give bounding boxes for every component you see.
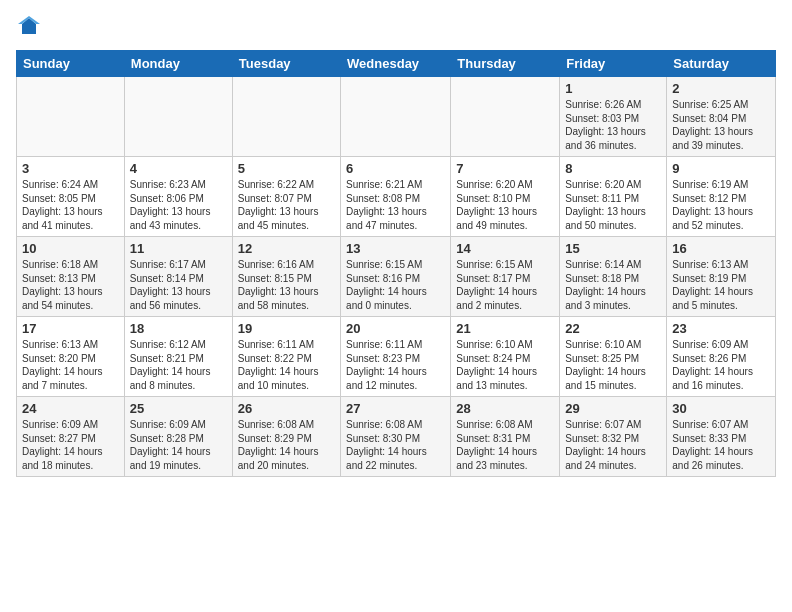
day-info: Sunrise: 6:16 AM Sunset: 8:15 PM Dayligh…	[238, 258, 335, 312]
calendar-cell: 11Sunrise: 6:17 AM Sunset: 8:14 PM Dayli…	[124, 237, 232, 317]
day-info: Sunrise: 6:08 AM Sunset: 8:31 PM Dayligh…	[456, 418, 554, 472]
day-number: 11	[130, 241, 227, 256]
day-number: 7	[456, 161, 554, 176]
day-number: 14	[456, 241, 554, 256]
day-number: 9	[672, 161, 770, 176]
day-info: Sunrise: 6:15 AM Sunset: 8:17 PM Dayligh…	[456, 258, 554, 312]
day-info: Sunrise: 6:22 AM Sunset: 8:07 PM Dayligh…	[238, 178, 335, 232]
day-number: 10	[22, 241, 119, 256]
day-number: 3	[22, 161, 119, 176]
calendar-cell: 15Sunrise: 6:14 AM Sunset: 8:18 PM Dayli…	[560, 237, 667, 317]
day-number: 25	[130, 401, 227, 416]
calendar-cell	[124, 77, 232, 157]
calendar-cell: 6Sunrise: 6:21 AM Sunset: 8:08 PM Daylig…	[341, 157, 451, 237]
calendar-cell: 2Sunrise: 6:25 AM Sunset: 8:04 PM Daylig…	[667, 77, 776, 157]
day-number: 5	[238, 161, 335, 176]
day-number: 13	[346, 241, 445, 256]
day-number: 26	[238, 401, 335, 416]
day-number: 23	[672, 321, 770, 336]
day-info: Sunrise: 6:11 AM Sunset: 8:23 PM Dayligh…	[346, 338, 445, 392]
day-info: Sunrise: 6:08 AM Sunset: 8:30 PM Dayligh…	[346, 418, 445, 472]
day-number: 24	[22, 401, 119, 416]
day-info: Sunrise: 6:13 AM Sunset: 8:20 PM Dayligh…	[22, 338, 119, 392]
calendar-cell: 14Sunrise: 6:15 AM Sunset: 8:17 PM Dayli…	[451, 237, 560, 317]
day-info: Sunrise: 6:26 AM Sunset: 8:03 PM Dayligh…	[565, 98, 661, 152]
day-info: Sunrise: 6:09 AM Sunset: 8:28 PM Dayligh…	[130, 418, 227, 472]
calendar-cell: 20Sunrise: 6:11 AM Sunset: 8:23 PM Dayli…	[341, 317, 451, 397]
calendar-cell: 30Sunrise: 6:07 AM Sunset: 8:33 PM Dayli…	[667, 397, 776, 477]
weekday-header: Wednesday	[341, 51, 451, 77]
day-number: 17	[22, 321, 119, 336]
day-info: Sunrise: 6:10 AM Sunset: 8:24 PM Dayligh…	[456, 338, 554, 392]
day-info: Sunrise: 6:14 AM Sunset: 8:18 PM Dayligh…	[565, 258, 661, 312]
day-number: 18	[130, 321, 227, 336]
calendar-cell: 12Sunrise: 6:16 AM Sunset: 8:15 PM Dayli…	[232, 237, 340, 317]
calendar-table: SundayMondayTuesdayWednesdayThursdayFrid…	[16, 50, 776, 477]
calendar-cell: 23Sunrise: 6:09 AM Sunset: 8:26 PM Dayli…	[667, 317, 776, 397]
calendar-cell: 1Sunrise: 6:26 AM Sunset: 8:03 PM Daylig…	[560, 77, 667, 157]
day-number: 30	[672, 401, 770, 416]
calendar-cell	[232, 77, 340, 157]
day-number: 29	[565, 401, 661, 416]
day-info: Sunrise: 6:19 AM Sunset: 8:12 PM Dayligh…	[672, 178, 770, 232]
calendar-cell: 26Sunrise: 6:08 AM Sunset: 8:29 PM Dayli…	[232, 397, 340, 477]
calendar-cell: 16Sunrise: 6:13 AM Sunset: 8:19 PM Dayli…	[667, 237, 776, 317]
calendar-cell: 4Sunrise: 6:23 AM Sunset: 8:06 PM Daylig…	[124, 157, 232, 237]
day-info: Sunrise: 6:21 AM Sunset: 8:08 PM Dayligh…	[346, 178, 445, 232]
day-info: Sunrise: 6:20 AM Sunset: 8:10 PM Dayligh…	[456, 178, 554, 232]
weekday-header: Saturday	[667, 51, 776, 77]
day-info: Sunrise: 6:18 AM Sunset: 8:13 PM Dayligh…	[22, 258, 119, 312]
calendar-cell: 29Sunrise: 6:07 AM Sunset: 8:32 PM Dayli…	[560, 397, 667, 477]
day-number: 22	[565, 321, 661, 336]
day-info: Sunrise: 6:09 AM Sunset: 8:26 PM Dayligh…	[672, 338, 770, 392]
day-info: Sunrise: 6:12 AM Sunset: 8:21 PM Dayligh…	[130, 338, 227, 392]
weekday-header: Monday	[124, 51, 232, 77]
day-number: 4	[130, 161, 227, 176]
day-number: 19	[238, 321, 335, 336]
day-number: 16	[672, 241, 770, 256]
day-info: Sunrise: 6:10 AM Sunset: 8:25 PM Dayligh…	[565, 338, 661, 392]
calendar-cell: 24Sunrise: 6:09 AM Sunset: 8:27 PM Dayli…	[17, 397, 125, 477]
day-info: Sunrise: 6:24 AM Sunset: 8:05 PM Dayligh…	[22, 178, 119, 232]
calendar-cell: 17Sunrise: 6:13 AM Sunset: 8:20 PM Dayli…	[17, 317, 125, 397]
calendar-cell	[451, 77, 560, 157]
calendar-cell: 22Sunrise: 6:10 AM Sunset: 8:25 PM Dayli…	[560, 317, 667, 397]
day-info: Sunrise: 6:23 AM Sunset: 8:06 PM Dayligh…	[130, 178, 227, 232]
logo-icon	[18, 16, 40, 38]
calendar-cell: 19Sunrise: 6:11 AM Sunset: 8:22 PM Dayli…	[232, 317, 340, 397]
day-number: 15	[565, 241, 661, 256]
calendar-cell: 21Sunrise: 6:10 AM Sunset: 8:24 PM Dayli…	[451, 317, 560, 397]
day-number: 20	[346, 321, 445, 336]
calendar-cell: 9Sunrise: 6:19 AM Sunset: 8:12 PM Daylig…	[667, 157, 776, 237]
day-info: Sunrise: 6:17 AM Sunset: 8:14 PM Dayligh…	[130, 258, 227, 312]
day-number: 8	[565, 161, 661, 176]
day-number: 28	[456, 401, 554, 416]
day-info: Sunrise: 6:15 AM Sunset: 8:16 PM Dayligh…	[346, 258, 445, 312]
calendar-cell: 5Sunrise: 6:22 AM Sunset: 8:07 PM Daylig…	[232, 157, 340, 237]
calendar-cell: 25Sunrise: 6:09 AM Sunset: 8:28 PM Dayli…	[124, 397, 232, 477]
weekday-header: Friday	[560, 51, 667, 77]
calendar-cell: 8Sunrise: 6:20 AM Sunset: 8:11 PM Daylig…	[560, 157, 667, 237]
day-info: Sunrise: 6:13 AM Sunset: 8:19 PM Dayligh…	[672, 258, 770, 312]
calendar-cell	[341, 77, 451, 157]
day-info: Sunrise: 6:25 AM Sunset: 8:04 PM Dayligh…	[672, 98, 770, 152]
calendar-cell: 27Sunrise: 6:08 AM Sunset: 8:30 PM Dayli…	[341, 397, 451, 477]
weekday-header: Sunday	[17, 51, 125, 77]
calendar-cell: 3Sunrise: 6:24 AM Sunset: 8:05 PM Daylig…	[17, 157, 125, 237]
calendar-cell: 10Sunrise: 6:18 AM Sunset: 8:13 PM Dayli…	[17, 237, 125, 317]
calendar-cell: 13Sunrise: 6:15 AM Sunset: 8:16 PM Dayli…	[341, 237, 451, 317]
calendar-cell	[17, 77, 125, 157]
day-info: Sunrise: 6:07 AM Sunset: 8:32 PM Dayligh…	[565, 418, 661, 472]
logo	[16, 16, 40, 38]
day-number: 21	[456, 321, 554, 336]
weekday-header: Tuesday	[232, 51, 340, 77]
calendar-cell: 28Sunrise: 6:08 AM Sunset: 8:31 PM Dayli…	[451, 397, 560, 477]
day-number: 6	[346, 161, 445, 176]
day-info: Sunrise: 6:11 AM Sunset: 8:22 PM Dayligh…	[238, 338, 335, 392]
page-header	[16, 16, 776, 38]
day-number: 1	[565, 81, 661, 96]
day-info: Sunrise: 6:20 AM Sunset: 8:11 PM Dayligh…	[565, 178, 661, 232]
calendar-cell: 18Sunrise: 6:12 AM Sunset: 8:21 PM Dayli…	[124, 317, 232, 397]
day-info: Sunrise: 6:09 AM Sunset: 8:27 PM Dayligh…	[22, 418, 119, 472]
day-info: Sunrise: 6:07 AM Sunset: 8:33 PM Dayligh…	[672, 418, 770, 472]
